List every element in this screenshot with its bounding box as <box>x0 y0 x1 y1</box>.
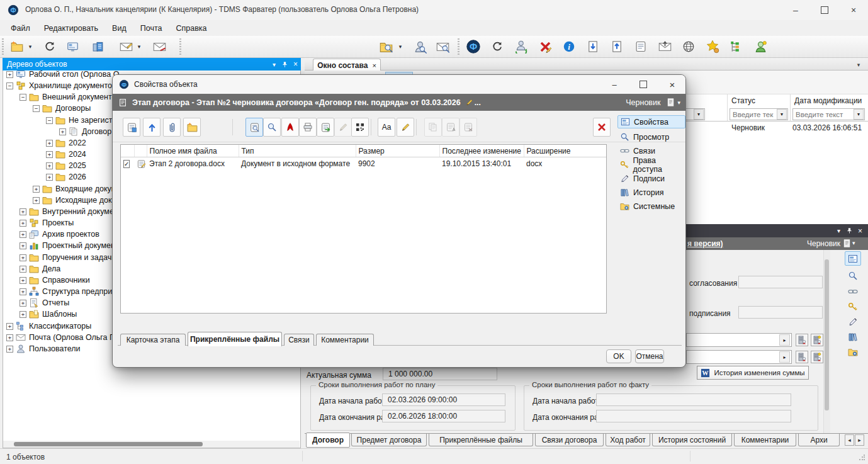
tab-attached-files[interactable]: Прикреплённые файлы <box>429 434 533 446</box>
column-header-modified[interactable]: Дата модификации <box>794 96 862 105</box>
dock-menu-button[interactable]: ▾ <box>833 226 844 236</box>
participant-combo-1[interactable]: ▸ <box>686 333 792 347</box>
filter-dropdown-icon[interactable]: ▾ <box>777 109 787 120</box>
column-filter-partial[interactable]: ▾ <box>684 108 705 120</box>
export-file-button[interactable] <box>143 118 161 137</box>
status-dropdown[interactable]: ▾ <box>852 240 855 246</box>
dialog-maximize-button[interactable] <box>631 75 655 94</box>
checkin-document-button[interactable] <box>583 37 602 56</box>
tab-contract-subject[interactable]: Предмет договора <box>351 434 427 446</box>
filter-dropdown-icon[interactable]: ▾ <box>854 109 864 120</box>
panel-nav-system[interactable] <box>845 344 861 359</box>
status-dropdown-icon[interactable]: ▾ <box>677 99 680 106</box>
org-structure-button[interactable] <box>727 37 746 56</box>
expander-icon[interactable]: + <box>20 242 26 249</box>
search-objects-dropdown[interactable]: ▾ <box>397 37 404 56</box>
expander-icon[interactable]: − <box>33 105 40 112</box>
select-org-new-button-2[interactable] <box>811 351 823 363</box>
mail-compose-dropdown[interactable]: ▾ <box>135 37 143 56</box>
tree-item-project-docs[interactable]: +Проектный докумен <box>20 240 115 251</box>
new-folder-button[interactable] <box>183 118 201 137</box>
expander-icon[interactable]: + <box>20 208 26 215</box>
dialog-tab-attached-files[interactable]: Прикреплённые файлы <box>188 332 282 346</box>
expander-icon[interactable]: + <box>20 231 26 238</box>
select-org-button-1[interactable] <box>796 334 808 346</box>
header-file-size[interactable]: Размер <box>356 145 439 157</box>
menu-view[interactable]: Вид <box>105 24 133 33</box>
agreement-date-field[interactable] <box>738 276 823 288</box>
tree-item-2026[interactable]: +2026 <box>46 171 86 183</box>
panel-nav-properties[interactable] <box>845 251 861 266</box>
tree-item-projects[interactable]: +Проекты <box>20 217 74 229</box>
tree-item-contracts[interactable]: −Договоры <box>33 103 91 114</box>
mail-compose-button[interactable] <box>116 37 135 56</box>
search-objects-button[interactable] <box>376 37 395 56</box>
mail-export-button[interactable] <box>655 37 674 56</box>
panel-nav-links[interactable] <box>845 284 861 298</box>
minimize-button[interactable]: – <box>781 0 810 20</box>
expander-icon[interactable]: + <box>20 300 26 307</box>
expander-icon[interactable]: + <box>46 174 53 181</box>
tree-item-tasks[interactable]: +Поручения и задачи <box>20 252 116 263</box>
expander-icon[interactable]: + <box>20 288 26 295</box>
tab-list-dropdown[interactable]: ▾ <box>854 60 864 69</box>
expander-icon[interactable]: + <box>6 71 13 78</box>
expander-icon[interactable]: + <box>6 323 13 330</box>
edit-file-button[interactable] <box>397 118 414 137</box>
dialog-nav-properties[interactable]: Свойства <box>617 115 685 128</box>
tree-item-users[interactable]: +Пользователи <box>6 343 81 354</box>
expander-icon[interactable]: − <box>20 94 26 101</box>
tree-pin-button[interactable] <box>279 59 290 69</box>
expander-icon[interactable]: + <box>20 266 26 273</box>
search-users-button[interactable] <box>410 37 429 56</box>
expander-icon[interactable]: − <box>46 117 53 124</box>
expand-icon[interactable]: ▸ <box>779 334 790 346</box>
resize-grip[interactable] <box>859 455 865 461</box>
tree-item-mail[interactable]: +Почта (Орлова Ольга П <box>6 332 115 343</box>
select-org-new-button-1[interactable] <box>811 334 823 346</box>
pdf-button[interactable] <box>281 118 299 137</box>
tree-item-unregistered[interactable]: −Не зарегистри <box>46 115 121 126</box>
open-in-app-button[interactable] <box>317 118 334 137</box>
cancel-button[interactable]: Отмена <box>635 349 664 363</box>
tree-close-button[interactable]: × <box>290 59 301 69</box>
change-user-button[interactable] <box>512 37 531 56</box>
tab-composition-window[interactable]: Окно состава × <box>313 59 381 71</box>
expander-icon[interactable]: + <box>6 346 13 353</box>
menu-edit[interactable]: Редактировать <box>37 24 105 33</box>
close-button[interactable]: × <box>839 0 868 20</box>
tree-item-classifiers[interactable]: +Классификаторы <box>6 320 91 332</box>
tree-scrollbar-thumb[interactable] <box>14 442 203 446</box>
reports-button[interactable] <box>88 37 107 56</box>
plan-end-field[interactable]: 02.06.2026 18:00:00 <box>382 410 505 422</box>
menu-file[interactable]: Файл <box>4 24 37 33</box>
desktop-window-button[interactable] <box>63 37 82 56</box>
panel-nav-history[interactable] <box>845 329 861 344</box>
header-icon-column[interactable] <box>134 145 147 157</box>
actual-sum-field[interactable]: 1 000 000.00 <box>383 368 497 380</box>
tree-item-project-archive[interactable]: +Архив проектов <box>20 229 99 240</box>
tree-item-directories[interactable]: +Справочники <box>20 274 90 286</box>
dialog-nav-signatures[interactable]: Подписи <box>617 172 685 185</box>
status-filter-input[interactable] <box>730 111 777 118</box>
delete-marked-button[interactable] <box>536 37 555 56</box>
dialog-nav-system[interactable]: Системные <box>617 200 685 213</box>
sign-button-disabled[interactable] <box>334 118 352 137</box>
ok-button[interactable]: OK <box>606 349 631 363</box>
dialog-nav-preview[interactable]: Просмотр <box>617 130 685 144</box>
expander-icon[interactable]: + <box>6 334 13 341</box>
tree-item-desktop[interactable]: +Рабочий стол (Орлова О <box>6 69 119 80</box>
panel-nav-preview[interactable] <box>845 268 861 283</box>
expander-icon[interactable]: + <box>33 186 40 193</box>
dialog-minimize-button[interactable]: – <box>602 75 626 94</box>
print-button[interactable] <box>299 118 317 137</box>
expander-icon[interactable]: + <box>20 220 26 227</box>
expander-icon[interactable]: + <box>20 254 26 261</box>
filter-dropdown-icon[interactable]: ▾ <box>694 109 704 120</box>
preview-button[interactable] <box>245 118 263 137</box>
tree-item-reports[interactable]: +Отчеты <box>20 297 69 308</box>
modified-filter-input[interactable] <box>793 111 854 118</box>
select-org-button-2[interactable] <box>796 351 808 363</box>
form-scrollbar-thumb[interactable] <box>825 259 829 410</box>
info-button[interactable] <box>560 37 578 56</box>
